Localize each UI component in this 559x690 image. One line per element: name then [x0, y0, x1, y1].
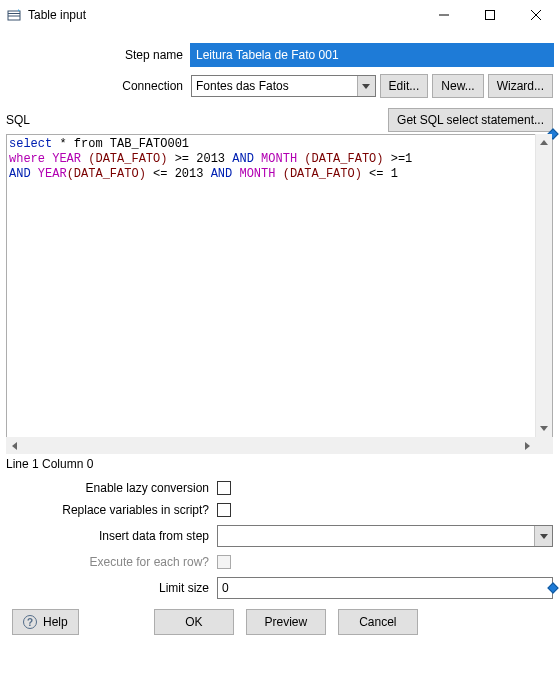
window-title: Table input — [28, 8, 421, 22]
help-button[interactable]: ? Help — [12, 609, 79, 635]
wizard-button[interactable]: Wizard... — [488, 74, 553, 98]
edit-connection-button[interactable]: Edit... — [380, 74, 429, 98]
each-row-label: Execute for each row? — [6, 555, 217, 569]
maximize-button[interactable] — [467, 0, 513, 30]
insert-from-step-select[interactable] — [217, 525, 553, 547]
scroll-corner — [536, 437, 553, 454]
limit-size-input[interactable] — [217, 577, 553, 599]
ok-button[interactable]: OK — [154, 609, 234, 635]
lazy-conversion-label: Enable lazy conversion — [6, 481, 217, 495]
limit-size-label: Limit size — [6, 581, 217, 595]
dialog-window: Table input Step name Connection Fontes … — [0, 0, 559, 690]
close-button[interactable] — [513, 0, 559, 30]
sql-label: SQL — [6, 113, 388, 127]
titlebar: Table input — [0, 0, 559, 30]
editor-status-line: Line 1 Column 0 — [6, 454, 553, 477]
get-sql-statement-button[interactable]: Get SQL select statement... — [388, 108, 553, 132]
content-area: Step name Connection Fontes das Fatos Ed… — [0, 30, 559, 690]
cancel-button[interactable]: Cancel — [338, 609, 418, 635]
vertical-scrollbar[interactable] — [535, 134, 552, 437]
each-row-checkbox — [217, 555, 231, 569]
insert-from-step-label: Insert data from step — [6, 529, 217, 543]
connection-value: Fontes das Fatos — [196, 79, 289, 93]
connection-select[interactable]: Fontes das Fatos — [191, 75, 376, 97]
chevron-down-icon — [534, 526, 552, 546]
app-icon — [6, 7, 22, 23]
step-name-label: Step name — [6, 48, 191, 62]
help-label: Help — [43, 615, 68, 629]
step-name-input[interactable] — [191, 44, 553, 66]
new-connection-button[interactable]: New... — [432, 74, 483, 98]
scroll-left-icon[interactable] — [6, 437, 23, 454]
connection-label: Connection — [6, 79, 191, 93]
sql-editor[interactable]: select * from TAB_FATO001 where YEAR (DA… — [6, 134, 553, 454]
help-icon: ? — [23, 615, 37, 629]
minimize-button[interactable] — [421, 0, 467, 30]
replace-vars-label: Replace variables in script? — [6, 503, 217, 517]
scroll-up-icon[interactable] — [536, 134, 552, 151]
horizontal-scrollbar[interactable] — [6, 437, 553, 454]
scroll-down-icon[interactable] — [536, 420, 552, 437]
scroll-right-icon[interactable] — [519, 437, 536, 454]
sql-editor-frame: select * from TAB_FATO001 where YEAR (DA… — [6, 134, 553, 454]
chevron-down-icon — [357, 76, 375, 96]
preview-button[interactable]: Preview — [246, 609, 326, 635]
svg-rect-4 — [486, 11, 495, 20]
lazy-conversion-checkbox[interactable] — [217, 481, 231, 495]
replace-vars-checkbox[interactable] — [217, 503, 231, 517]
